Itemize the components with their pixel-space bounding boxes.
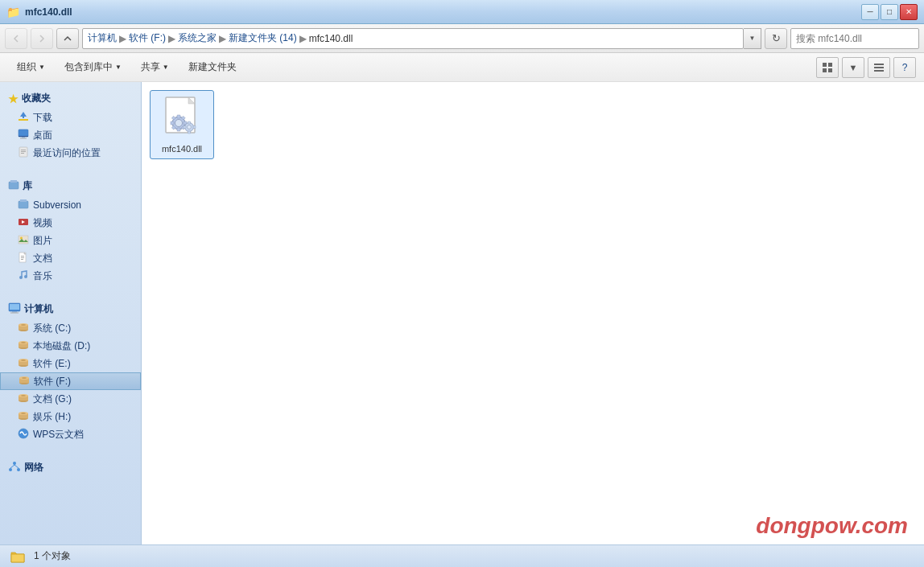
document-label: 文档 xyxy=(33,252,52,265)
svg-rect-70 xyxy=(177,128,180,131)
view-large-icon-button[interactable] xyxy=(816,57,839,78)
up-button[interactable] xyxy=(56,28,79,49)
sidebar-item-video[interactable]: 视频 xyxy=(0,214,141,232)
svg-rect-5 xyxy=(874,67,884,68)
sidebar-item-picture[interactable]: 图片 xyxy=(0,232,141,249)
drive-f-icon xyxy=(19,375,30,388)
breadcrumb-bar[interactable]: 计算机 ▶ 软件 (F:) ▶ 系统之家 ▶ 新建文件夹 (14) ▶ mfc1… xyxy=(82,28,744,49)
recent-label: 最近访问的位置 xyxy=(33,146,101,160)
sidebar-item-recent[interactable]: 最近访问的位置 xyxy=(0,144,141,162)
download-label: 下载 xyxy=(33,111,52,125)
breadcrumb-current: mfc140.dll xyxy=(309,33,353,44)
share-label: 共享 xyxy=(141,60,160,74)
sidebar-item-drive-h[interactable]: 娱乐 (H:) xyxy=(0,408,141,425)
music-icon xyxy=(18,269,29,283)
drive-g-icon xyxy=(18,392,29,406)
breadcrumb-drive[interactable]: 软件 (F:) xyxy=(129,31,166,45)
refresh-button[interactable]: ↻ xyxy=(765,28,787,49)
breadcrumb-folder2[interactable]: 新建文件夹 (14) xyxy=(229,31,297,45)
title-bar: 📁 mfc140.dll ─ □ ✕ xyxy=(0,0,924,24)
desktop-icon xyxy=(18,129,29,142)
svg-point-54 xyxy=(21,395,26,396)
svg-point-50 xyxy=(22,377,27,379)
sidebar-header-computer[interactable]: 计算机 xyxy=(0,299,141,319)
sidebar-header-library[interactable]: 库 xyxy=(0,176,141,196)
library-icon xyxy=(8,179,19,193)
sidebar-section-favorites: ★ 收藏夹 下载 桌面 最近访问的位置 xyxy=(0,88,141,162)
maximize-button[interactable]: □ xyxy=(881,4,898,20)
breadcrumb-sep-3: ▶ xyxy=(219,33,226,44)
view-details-button[interactable] xyxy=(868,57,890,78)
include-library-button[interactable]: 包含到库中 ▼ xyxy=(56,56,130,79)
svg-rect-12 xyxy=(20,138,27,138)
sidebar-item-drive-c[interactable]: 系统 (C:) xyxy=(0,319,141,337)
organize-button[interactable]: 组织 ▼ xyxy=(8,56,54,79)
wps-icon xyxy=(18,428,29,442)
svg-rect-26 xyxy=(21,256,24,257)
file-name: mfc140.dll xyxy=(162,144,202,154)
sidebar-item-music[interactable]: 音乐 xyxy=(0,267,141,285)
svg-rect-80 xyxy=(188,131,191,134)
svg-rect-1 xyxy=(828,63,832,67)
svg-rect-33 xyxy=(12,311,17,313)
window-title: mfc140.dll xyxy=(25,6,72,18)
address-bar-row: 计算机 ▶ 软件 (F:) ▶ 系统之家 ▶ 新建文件夹 (14) ▶ mfc1… xyxy=(82,28,761,49)
minimize-button[interactable]: ─ xyxy=(861,4,879,20)
organize-label: 组织 xyxy=(17,60,36,74)
sidebar-header-favorites[interactable]: ★ 收藏夹 xyxy=(0,88,141,109)
breadcrumb-folder1[interactable]: 系统之家 xyxy=(178,31,217,45)
search-input[interactable] xyxy=(791,33,919,44)
help-button[interactable]: ? xyxy=(893,57,916,78)
sidebar-item-drive-d[interactable]: 本地磁盘 (D:) xyxy=(0,337,141,355)
svg-point-62 xyxy=(17,468,20,471)
address-bar: 计算机 ▶ 软件 (F:) ▶ 系统之家 ▶ 新建文件夹 (14) ▶ mfc1… xyxy=(0,24,924,53)
window-icon: 📁 xyxy=(6,6,20,18)
sidebar-item-wps[interactable]: WPS云文档 xyxy=(0,425,141,443)
close-button[interactable]: ✕ xyxy=(900,4,918,20)
organize-arrow: ▼ xyxy=(39,64,45,71)
new-folder-button[interactable]: 新建文件夹 xyxy=(179,56,245,79)
sidebar-item-document[interactable]: 文档 xyxy=(0,249,141,267)
breadcrumb-sep-4: ▶ xyxy=(299,33,307,44)
svg-point-30 xyxy=(24,275,27,278)
view-dropdown-button[interactable]: ▼ xyxy=(842,57,864,78)
svg-rect-19 xyxy=(19,201,28,208)
svg-rect-9 xyxy=(19,129,28,137)
recent-icon xyxy=(18,146,29,160)
svg-point-38 xyxy=(21,324,26,326)
svg-rect-15 xyxy=(21,151,26,152)
breadcrumb-sep-2: ▶ xyxy=(168,33,175,44)
network-label: 网络 xyxy=(24,461,43,475)
toolbar-right: ▼ ? xyxy=(816,57,916,78)
svg-rect-16 xyxy=(21,153,24,154)
breadcrumb-computer[interactable]: 计算机 xyxy=(88,31,117,45)
breadcrumb-dropdown[interactable]: ▼ xyxy=(744,28,761,49)
file-item-mfc140[interactable]: mfc140.dll xyxy=(150,90,214,159)
sidebar-header-network[interactable]: 网络 xyxy=(0,458,141,478)
video-label: 视频 xyxy=(33,216,52,230)
document-icon xyxy=(18,252,29,265)
forward-button[interactable] xyxy=(31,28,53,49)
sidebar-item-desktop[interactable]: 桌面 xyxy=(0,126,141,144)
sidebar-section-library: 库 Subversion 视频 图片 xyxy=(0,176,141,285)
svg-point-61 xyxy=(9,468,12,471)
favorites-icon: ★ xyxy=(8,92,19,105)
sidebar-item-drive-f[interactable]: 软件 (F:) xyxy=(0,372,141,390)
status-bar: 1 个对象 xyxy=(0,544,924,567)
include-library-label: 包含到库中 xyxy=(64,60,113,74)
svg-point-58 xyxy=(21,413,26,414)
svg-point-46 xyxy=(21,360,26,361)
share-button[interactable]: 共享 ▼ xyxy=(132,56,178,79)
sidebar-item-drive-e[interactable]: 软件 (E:) xyxy=(0,355,141,372)
favorites-label: 收藏夹 xyxy=(22,92,51,105)
sidebar-item-drive-g[interactable]: 文档 (G:) xyxy=(0,390,141,408)
music-label: 音乐 xyxy=(33,269,52,283)
file-area: mfc140.dll xyxy=(142,82,924,544)
sidebar-item-download[interactable]: 下载 xyxy=(0,109,141,126)
include-library-arrow: ▼ xyxy=(115,64,122,71)
picture-label: 图片 xyxy=(33,234,52,248)
drive-h-label: 娱乐 (H:) xyxy=(33,410,71,424)
status-count: 1 个对象 xyxy=(34,549,71,563)
back-button[interactable] xyxy=(5,28,27,49)
sidebar-item-subversion[interactable]: Subversion xyxy=(0,196,141,214)
